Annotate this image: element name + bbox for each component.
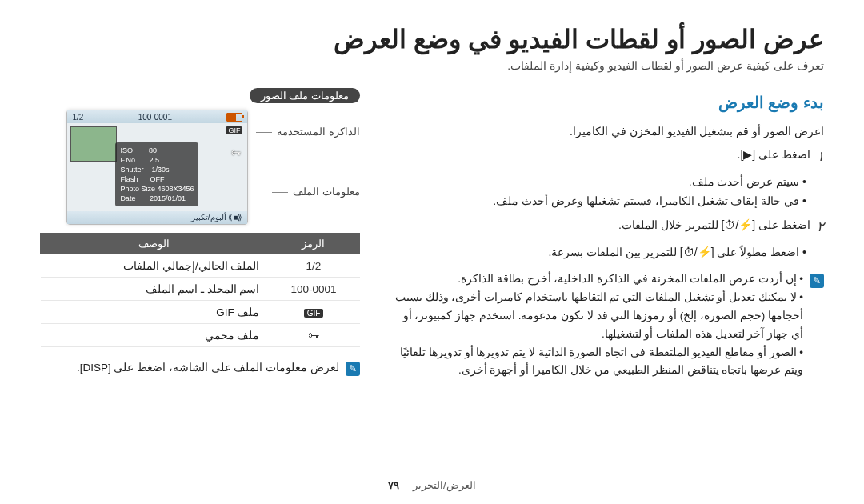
step-2-number: ٢ bbox=[817, 215, 824, 240]
page-intro: تعرف على كيفية عرض الصور أو لقطات الفيدي… bbox=[40, 59, 824, 72]
table-cell-desc: الملف الحالي/إجمالي الملفات bbox=[41, 254, 268, 278]
playback-note: الصور أو مقاطع الفيديو الملتقطة في اتجاه… bbox=[392, 344, 803, 381]
table-cell-symbol: 100-0001 bbox=[267, 278, 359, 301]
lcd-callouts: الذاكرة المستخدمة معلومات الملف bbox=[256, 110, 360, 198]
lcd-counter: 1/2 bbox=[72, 113, 83, 122]
step-2-text: اضغط على [⚡/⏱] للتمرير خلال الملفات. bbox=[618, 215, 810, 240]
page-footer: العرض/التحرير ٧٩ bbox=[0, 479, 864, 491]
battery-icon bbox=[226, 113, 242, 122]
table-header-desc: الوصف bbox=[41, 234, 268, 254]
playback-note: لا يمكنك تعديل أو تشغيل الملفات التي تم … bbox=[392, 289, 803, 344]
table-row: 1/2 الملف الحالي/إجمالي الملفات bbox=[41, 254, 360, 278]
step-1-number: ١ bbox=[817, 145, 824, 170]
playback-lead: اعرض الصور أو قم بتشغيل الفيديو المخزن ف… bbox=[392, 122, 824, 142]
playback-note: إن أردت عرض الملفات المخزنة في الذاكرة ا… bbox=[392, 270, 803, 289]
table-cell-symbol: 1/2 bbox=[267, 254, 359, 278]
lcd-param: Shutter 1/30s bbox=[120, 165, 194, 174]
playback-section: بدء وضع العرض اعرض الصور أو قم بتشغيل ال… bbox=[392, 88, 824, 380]
lock-icon: 🗝 bbox=[267, 324, 359, 347]
footer-page-number: ٧٩ bbox=[388, 479, 399, 491]
step-1-bullet: في حالة إيقاف تشغيل الكاميرا، فسيتم تشغي… bbox=[392, 192, 806, 211]
lcd-param: Date 2015/01/01 bbox=[120, 194, 194, 203]
lcd-param: F.No 2.5 bbox=[120, 155, 194, 165]
callout-info: معلومات الملف bbox=[256, 186, 360, 198]
gif-icon: GIF bbox=[226, 126, 242, 134]
page-title: عرض الصور أو لقطات الفيديو في وضع العرض bbox=[40, 24, 824, 54]
table-row: GIF ملف GIF bbox=[41, 301, 360, 324]
playback-notes: ✎ إن أردت عرض الملفات المخزنة في الذاكرة… bbox=[392, 270, 824, 381]
step-2-bullet: اضغط مطولاً على [⚡/⏱] للتمرير بين الملفا… bbox=[392, 243, 806, 262]
table-cell-desc: ملف GIF bbox=[41, 301, 268, 324]
lcd-folder: 100-0001 bbox=[138, 113, 172, 122]
step-1-text: اضغط على [▶]. bbox=[738, 145, 810, 170]
info-icon: ✎ bbox=[810, 274, 824, 288]
info-icon: ✎ bbox=[346, 362, 360, 376]
footer-section: العرض/التحرير bbox=[413, 479, 476, 491]
lcd-param: ISO 80 bbox=[120, 146, 194, 155]
table-header-symbol: الرمز bbox=[267, 234, 359, 254]
table-row: 100-0001 اسم المجلد ـ اسم الملف bbox=[41, 278, 360, 301]
lcd-param: Flash OFF bbox=[120, 174, 194, 184]
table-cell-desc: اسم المجلد ـ اسم الملف bbox=[41, 278, 268, 301]
fileinfo-chip: معلومات ملف الصور bbox=[250, 88, 360, 103]
lcd-thumbnail bbox=[70, 126, 117, 162]
table-row: 🗝 ملف محمي bbox=[41, 324, 360, 347]
step-1-bullet: سيتم عرض أحدث ملف. bbox=[392, 173, 806, 192]
step-1: ١ اضغط على [▶]. bbox=[392, 145, 824, 170]
lcd-zoom-hint: ألبوم/تكبير ⟪■⟫ bbox=[67, 211, 247, 224]
table-cell-symbol: GIF bbox=[267, 301, 359, 324]
table-cell-desc: ملف محمي bbox=[41, 324, 268, 347]
camera-lcd: 1/2 100-0001 GIF 🗝 ISO 80 F.No 2.5 Shutt… bbox=[66, 110, 248, 225]
fileinfo-tip-text: لعرض معلومات الملف على الشاشة، اضغط على … bbox=[77, 361, 339, 374]
fileinfo-tip: ✎ لعرض معلومات الملف على الشاشة، اضغط عل… bbox=[40, 358, 360, 376]
step-2: ٢ اضغط على [⚡/⏱] للتمرير خلال الملفات. bbox=[392, 215, 824, 240]
lcd-param-box: ISO 80 F.No 2.5 Shutter 1/30s Flash OFF … bbox=[115, 142, 198, 206]
symbol-table: الرمز الوصف 1/2 الملف الحالي/إجمالي المل… bbox=[40, 233, 360, 347]
lock-icon: 🗝 bbox=[231, 147, 241, 158]
playback-heading: بدء وضع العرض bbox=[392, 88, 824, 117]
fileinfo-section: معلومات ملف الصور الذاكرة المستخدمة معلو… bbox=[40, 88, 360, 376]
lcd-param: Photo Size 4608X3456 bbox=[120, 184, 194, 194]
gif-icon: GIF bbox=[304, 309, 324, 318]
callout-memory: الذاكرة المستخدمة bbox=[256, 126, 360, 138]
